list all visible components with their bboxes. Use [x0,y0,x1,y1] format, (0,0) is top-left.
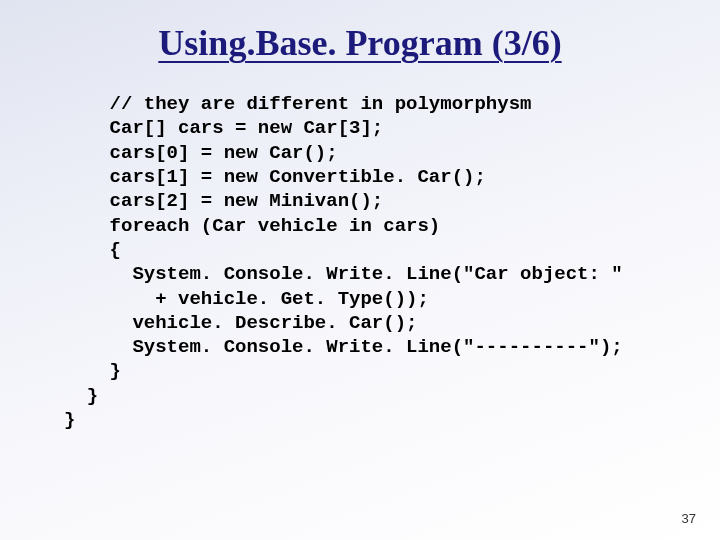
page-number: 37 [682,511,696,526]
slide: Using.Base. Program (3/6) // they are di… [0,0,720,540]
code-block: // they are different in polymorphysm Ca… [64,92,720,432]
slide-title: Using.Base. Program (3/6) [0,0,720,64]
